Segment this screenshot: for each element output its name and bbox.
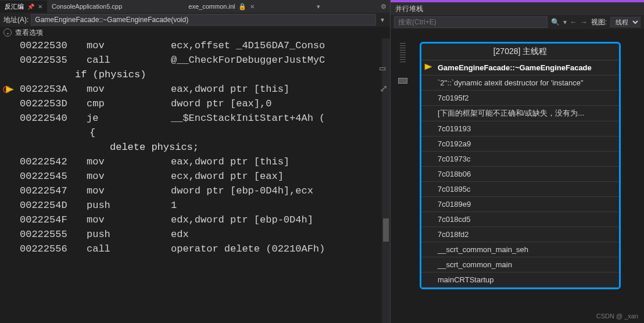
stack-frame[interactable]: 7c019193	[421, 121, 619, 137]
stacks-canvas[interactable]: [27028] 主线程 GameEngineFacade::~GameEngin…	[391, 29, 644, 323]
stack-frame[interactable]: __scrt_common_main_seh	[421, 242, 619, 257]
zoom-ruler[interactable]	[398, 43, 408, 136]
disassembly-listing: ▭ ⤢ 00222530movecx,offset _4D156DA7_Cons…	[0, 38, 390, 323]
stack-frame[interactable]: 7c0189e9	[421, 197, 619, 212]
disasm-row[interactable]: 0022254Fmovedx,dword ptr [ebp-0D4h]	[20, 213, 390, 227]
parallel-stacks-header: 并行堆栈	[391, 2, 644, 15]
stack-frame[interactable]: 7c0195f2	[421, 91, 619, 106]
stack-frame[interactable]: 7c018b06	[421, 167, 619, 182]
active-frame-arrow-icon	[424, 63, 434, 73]
view-select[interactable]: 线程	[610, 17, 641, 27]
address-label: 地址(A):	[3, 15, 28, 25]
view-options-label: 查看选项	[15, 28, 43, 38]
stack-frame[interactable]: 7c01973c	[421, 152, 619, 167]
pin-icon[interactable]: 📌	[27, 3, 34, 10]
address-bar: 地址(A): ▾	[0, 13, 390, 27]
stack-frame[interactable]: mainCRTStartup	[421, 272, 619, 288]
disasm-row[interactable]: 00222535call@__CheckForDebuggerJustMyC	[20, 53, 390, 67]
nav-forward-icon[interactable]: →	[581, 18, 588, 26]
stack-frame[interactable]: [下面的框架可能不正确和/或缺失，没有为...	[421, 106, 619, 121]
tab-label: ConsoleApplication5.cpp	[52, 3, 122, 10]
disassembly-pane: 反汇编 📌 ✕ ConsoleApplication5.cpp exe_comm…	[0, 0, 391, 323]
zoom-slider-thumb[interactable]	[398, 78, 407, 84]
tab-source-file-1[interactable]: ConsoleApplication5.cpp	[47, 1, 127, 12]
stack-frame[interactable]: 7c018fd2	[421, 227, 619, 242]
watermark: CSDN @ _xan	[596, 313, 638, 320]
thread-title: [27028] 主线程	[421, 44, 619, 60]
lock-icon: 🔒	[238, 3, 246, 10]
search-input[interactable]	[394, 16, 548, 28]
view-label: 视图:	[591, 17, 607, 27]
current-instruction-arrow-icon	[2, 83, 16, 96]
disasm-row[interactable]: 0022253Amoveax,dword ptr [this]	[20, 82, 390, 96]
stack-frame[interactable]: 7c018cd5	[421, 212, 619, 227]
close-icon[interactable]: ✕	[250, 3, 255, 10]
gutter-actions: ▭ ⤢	[380, 62, 388, 96]
dropdown-arrow-icon[interactable]: ▾	[317, 3, 324, 10]
tab-source-file-2[interactable]: exe_common.inl 🔒 ✕	[184, 1, 259, 12]
stack-frame[interactable]: __scrt_common_main	[421, 257, 619, 272]
stack-frame[interactable]: 7c01895c	[421, 182, 619, 197]
disasm-row[interactable]: 00222545movecx,dword ptr [eax]	[20, 169, 390, 184]
disasm-row[interactable]: 00222540je__$EncStackInitStart+4Ah (	[20, 111, 390, 125]
tab-label: exe_common.inl	[188, 3, 235, 10]
panel-title: 并行堆栈	[395, 4, 423, 14]
stacks-toolbar: 🔍 ▾ ← → 视图: 线程	[391, 15, 644, 29]
stack-frame[interactable]: 7c0192a9	[421, 137, 619, 152]
parallel-stacks-pane: 并行堆栈 🔍 ▾ ← → 视图: 线程 [27028] 主线程 GameEngi…	[391, 0, 644, 323]
tab-disassembly[interactable]: 反汇编 📌 ✕	[0, 1, 47, 13]
stack-frame[interactable]: `2''::`dynamic atexit destructor for 'in…	[421, 76, 619, 91]
disasm-row[interactable]: 00222542moveax,dword ptr [this]	[20, 155, 390, 169]
tab-label: 反汇编	[5, 2, 24, 11]
search-icon[interactable]: 🔍	[551, 18, 560, 26]
chevron-down-icon[interactable]: ▾	[563, 18, 567, 26]
disasm-row[interactable]: 00222530movecx,offset _4D156DA7_Conso	[20, 38, 390, 53]
scroll-thumb[interactable]	[383, 218, 389, 242]
editor-tab-strip: 反汇编 📌 ✕ ConsoleApplication5.cpp exe_comm…	[0, 0, 390, 13]
disasm-row[interactable]: 0022254Dpush1	[20, 198, 390, 213]
disasm-row[interactable]: 00222556calloperator delete (02210AFh)	[20, 242, 390, 256]
disasm-row[interactable]: 00222547movdword ptr [ebp-0D4h],ecx	[20, 184, 390, 198]
address-input[interactable]	[31, 14, 376, 26]
chevron-down-icon[interactable]: ▾	[378, 16, 387, 24]
thread-stack-card[interactable]: [27028] 主线程 GameEngineFacade::~GameEngin…	[420, 42, 621, 289]
collapse-icon[interactable]: ⤢	[380, 82, 388, 96]
gear-icon[interactable]: ⚙	[381, 3, 390, 10]
stack-frame[interactable]: GameEngineFacade::~GameEngineFacade	[421, 60, 619, 76]
close-icon[interactable]: ✕	[38, 3, 42, 10]
disasm-row[interactable]: 00222555pushedx	[20, 227, 390, 242]
nav-back-icon[interactable]: ←	[570, 18, 577, 26]
disasm-row[interactable]: 0022253Dcmpdword ptr [eax],0	[20, 96, 390, 111]
view-options-bar: ⌄ 查看选项	[0, 27, 390, 38]
expand-options-icon[interactable]: ⌄	[3, 28, 12, 37]
split-icon[interactable]: ▭	[380, 62, 388, 76]
